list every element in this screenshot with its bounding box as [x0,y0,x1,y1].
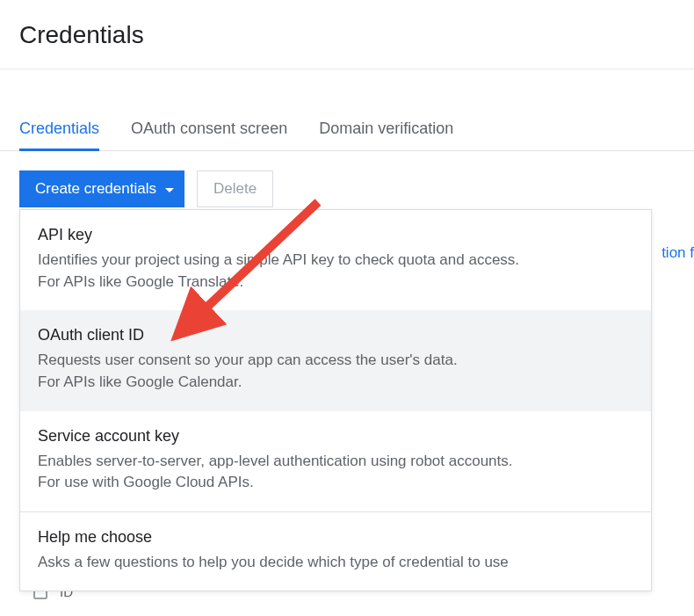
dropdown-item-desc: Identifies your project using a simple A… [38,250,633,293]
tabs: Credentials OAuth consent screen Domain … [0,106,694,151]
dropdown-item-oauth-client-id[interactable]: OAuth client ID Requests user consent so… [20,310,651,410]
documentation-link-fragment[interactable]: tion f [661,244,694,262]
chevron-down-icon [165,188,174,192]
create-credentials-button[interactable]: Create credentials [19,170,184,207]
delete-button[interactable]: Delete [197,170,273,207]
page-title: Credentials [0,0,694,69]
dropdown-item-desc: Requests user consent so your app can ac… [38,350,633,393]
create-credentials-label: Create credentials [35,180,156,198]
dropdown-item-title: API key [38,226,633,244]
create-credentials-dropdown: API key Identifies your project using a … [19,209,652,591]
dropdown-item-title: Help me choose [38,528,633,547]
tab-domain-verification[interactable]: Domain verification [319,107,453,151]
dropdown-item-title: Service account key [38,427,633,446]
dropdown-item-api-key[interactable]: API key Identifies your project using a … [20,210,651,310]
dropdown-item-help-me-choose[interactable]: Help me choose Asks a few questions to h… [20,512,651,591]
dropdown-item-title: OAuth client ID [38,326,633,344]
toolbar: Create credentials Delete [0,151,694,207]
dropdown-item-desc: Asks a few questions to help you decide … [38,552,633,574]
tab-oauth-consent-screen[interactable]: OAuth consent screen [131,107,287,151]
dropdown-item-desc: Enables server-to-server, app-level auth… [38,451,633,494]
dropdown-item-service-account-key[interactable]: Service account key Enables server-to-se… [20,411,651,511]
divider [0,69,694,69]
tab-credentials[interactable]: Credentials [19,107,99,151]
